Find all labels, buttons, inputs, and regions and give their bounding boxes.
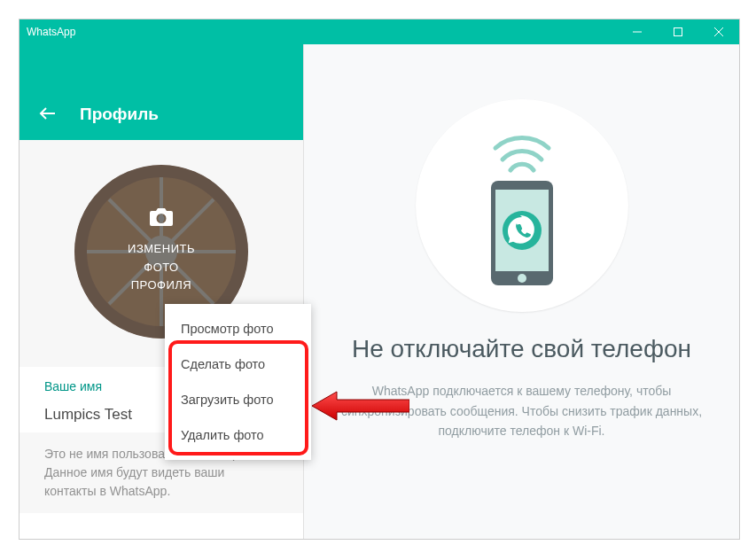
menu-view-photo[interactable]: Просмотр фото [165,311,311,346]
svg-rect-1 [674,28,682,36]
menu-delete-photo[interactable]: Удалить фото [165,417,311,453]
close-button[interactable] [698,19,739,44]
sidebar-header: Профиль [19,44,303,140]
titlebar: WhatsApp [19,19,739,44]
menu-take-photo[interactable]: Сделать фото [165,346,311,382]
window-title: WhatsApp [27,26,75,38]
main-title: Не отключайте свой телефон [352,333,691,365]
maximize-button[interactable] [658,19,698,44]
avatar-text-1: ИЗМЕНИТЬ [128,240,195,259]
back-button[interactable] [37,103,58,124]
camera-icon [150,208,173,231]
svg-point-17 [518,274,526,283]
main-panel: Не отключайте свой телефон WhatsApp подк… [304,44,739,539]
menu-upload-photo[interactable]: Загрузить фото [165,382,311,417]
phone-illustration [416,99,628,312]
minimize-button[interactable] [617,19,658,44]
photo-context-menu: Просмотр фото Сделать фото Загрузить фот… [165,304,311,460]
svg-point-14 [159,215,165,222]
sidebar: Профиль [19,44,304,539]
avatar-text-2: ФОТО [128,259,195,277]
app-window: WhatsApp Профиль [19,19,739,539]
avatar-text-3: ПРОФИЛЯ [128,276,195,295]
sidebar-title: Профиль [80,105,159,124]
main-desc: WhatsApp подключается к вашему телефону,… [336,381,708,440]
